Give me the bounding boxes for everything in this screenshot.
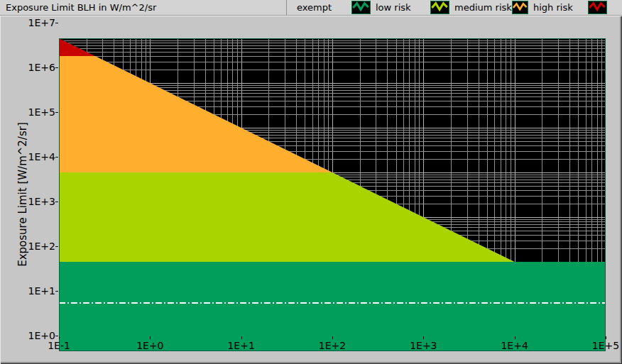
y-tick-label: 1E+7: [27, 17, 55, 28]
graph-panel: Exposure Limit [W/m^2/sr] exposure time …: [0, 16, 622, 364]
x-tick-label: 1E+4: [495, 340, 535, 351]
y-tick-mark: [55, 291, 58, 292]
y-tick-mark: [55, 336, 58, 336]
y-tick-label: 1E+4: [27, 151, 55, 162]
legend-item-exempt[interactable]: exempt: [297, 1, 371, 14]
x-tick-label: 1E+5: [586, 340, 622, 351]
y-tick-mark: [55, 246, 58, 247]
y-tick-mark: [55, 67, 58, 68]
y-tick-label: 1E+1: [27, 285, 55, 297]
x-tick-mark: [606, 336, 606, 339]
x-tick-mark: [423, 336, 424, 339]
x-tick-label: 1E+1: [222, 340, 261, 351]
x-tick-mark: [150, 336, 151, 339]
legend-label: high risk: [533, 2, 588, 13]
graph-title: Exposure Limit BLH in W/m^2/sr: [6, 2, 156, 13]
plot-legend: exemptlow riskmedium riskhigh risk: [286, 0, 619, 15]
y-tick-label: 1E+3: [27, 196, 55, 207]
legend-item-medium-risk[interactable]: medium risk: [454, 1, 528, 14]
graph-header: Exposure Limit BLH in W/m^2/sr exemptlow…: [0, 0, 622, 16]
medium-risk-plot-glyph-icon: [512, 1, 528, 14]
x-tick-label: 1E-1: [39, 340, 79, 351]
x-tick-label: 1E+0: [130, 340, 170, 351]
y-tick-mark: [55, 202, 58, 202]
x-tick-mark: [59, 336, 60, 339]
blh-risk-graph-window: Exposure Limit BLH in W/m^2/sr exemptlow…: [0, 0, 622, 364]
y-tick-mark: [55, 112, 58, 113]
y-tick-label: 1E+5: [27, 106, 55, 118]
exempt-plot-glyph-icon: [351, 1, 371, 14]
plot-area[interactable]: [59, 38, 606, 351]
y-tick-label: 1E+2: [27, 241, 55, 252]
y-tick-label: 1E+6: [27, 62, 55, 73]
x-tick-label: 1E+2: [312, 340, 352, 351]
legend-label: medium risk: [454, 2, 512, 13]
low-risk-plot-glyph-icon: [430, 1, 449, 14]
legend-label: exempt: [297, 2, 351, 13]
x-tick-mark: [332, 336, 333, 339]
high-risk-plot-glyph-icon: [588, 1, 607, 14]
x-tick-mark: [241, 336, 242, 339]
y-tick-mark: [55, 23, 58, 23]
legend-item-high-risk[interactable]: high risk: [533, 1, 607, 14]
legend-item-low-risk[interactable]: low risk: [376, 1, 449, 14]
legend-label: low risk: [376, 2, 430, 13]
x-tick-mark: [515, 336, 515, 339]
y-tick-mark: [55, 157, 58, 158]
x-tick-label: 1E+3: [403, 340, 443, 351]
